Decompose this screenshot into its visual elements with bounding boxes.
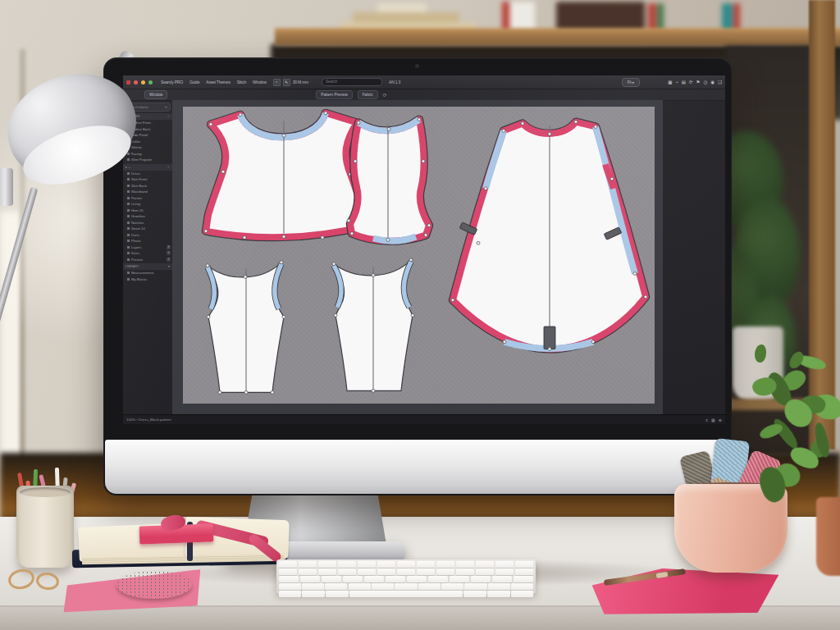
layout-icon[interactable]: ▤ <box>682 80 686 84</box>
notch-marker[interactable] <box>244 275 247 278</box>
notch-marker[interactable] <box>354 160 357 163</box>
notch-marker[interactable] <box>484 187 487 190</box>
notch-marker[interactable] <box>411 313 414 317</box>
notch-marker[interactable] <box>207 315 210 318</box>
notch-marker[interactable] <box>372 389 375 392</box>
notch-marker[interactable] <box>282 315 285 318</box>
sidebar-item-darts[interactable]: Darts <box>123 232 172 239</box>
notch-marker[interactable] <box>502 129 505 132</box>
sidebar-item-slim-program[interactable]: Slim Program <box>123 157 172 163</box>
close-button[interactable] <box>134 80 138 84</box>
notch-marker[interactable] <box>282 235 285 239</box>
sidebar-section-header[interactable]: ▸ —＋ <box>123 164 172 171</box>
sidebar-item-layers[interactable]: Layers3 <box>123 244 172 251</box>
notch-marker[interactable] <box>324 112 327 115</box>
menu-asset-themes[interactable]: Asset Themes <box>206 80 230 84</box>
notch-marker[interactable] <box>350 232 354 235</box>
menu-guide[interactable]: Guide <box>189 80 199 84</box>
notch-marker[interactable] <box>422 160 425 163</box>
notch-marker[interactable] <box>591 340 595 344</box>
sidebar-item-my-blocks[interactable]: My Blocks <box>123 276 172 283</box>
notch-marker[interactable] <box>209 123 212 126</box>
tab-fabric[interactable]: Fabric <box>358 90 378 99</box>
sidebar-item-skirt-front[interactable]: Skirt Front <box>123 176 172 183</box>
pattern-piece-skirt-left[interactable] <box>206 261 285 394</box>
fit-dropdown[interactable]: Fit ▸ <box>622 78 641 87</box>
menu-stitch[interactable]: Stitch <box>237 80 246 84</box>
sidebar-section-header[interactable]: LIBRARY▾ <box>123 263 172 270</box>
notch-marker[interactable] <box>548 348 551 351</box>
zoom-button[interactable] <box>148 80 153 84</box>
pattern-piece-bodice-side[interactable] <box>347 118 431 242</box>
sidebar-item-waistband[interactable]: Waistband <box>123 189 172 195</box>
notch-marker[interactable] <box>427 224 431 227</box>
notch-marker[interactable] <box>218 390 221 394</box>
refresh-icon[interactable]: ⟳ <box>383 92 387 98</box>
sidebar-item-lining[interactable]: Lining <box>123 201 172 208</box>
pattern-piece-dress[interactable] <box>451 121 647 351</box>
sidebar-item-pocket[interactable]: Pocket <box>123 195 172 202</box>
flag-icon[interactable]: ⚑ <box>696 80 701 84</box>
sidebar-item-notches[interactable]: Notches <box>123 220 172 226</box>
notch-marker[interactable] <box>451 299 454 302</box>
measure-icon[interactable]: ⌗ <box>273 79 281 86</box>
pen-tool-icon[interactable]: ✎ <box>283 79 290 86</box>
tab-pattern-preview[interactable]: Pattern Preview <box>316 90 352 99</box>
notch-marker[interactable] <box>282 134 285 137</box>
notch-marker[interactable] <box>521 122 524 126</box>
notch-marker[interactable] <box>503 340 506 344</box>
menu-window[interactable]: Window <box>253 80 267 84</box>
notch-marker[interactable] <box>548 132 551 135</box>
notch-marker[interactable] <box>594 126 597 129</box>
sidebar-item-grainline[interactable]: Grainline <box>123 213 172 220</box>
tab-window[interactable]: Window <box>144 90 167 99</box>
sidebar-item-facing[interactable]: Facing <box>123 151 172 158</box>
notch-marker[interactable] <box>347 219 350 222</box>
menu-seamly-pro[interactable]: Seamly PRO <box>161 80 183 84</box>
panel-icon[interactable]: ❏ <box>718 80 722 84</box>
sync-icon[interactable]: ⟳ <box>689 80 693 84</box>
notch-marker[interactable] <box>386 238 390 241</box>
bell-icon[interactable]: ◷ <box>703 80 707 84</box>
sidebar-item-measurements[interactable]: Measurements <box>123 270 172 276</box>
pattern-piece-bodice-front[interactable] <box>204 112 366 240</box>
notch-marker[interactable] <box>387 127 390 130</box>
zoom-icon[interactable]: ⊕ <box>719 418 722 422</box>
notch-marker[interactable] <box>243 236 246 240</box>
notch-marker[interactable] <box>357 121 360 125</box>
notch-marker[interactable] <box>239 113 242 116</box>
notch-marker[interactable] <box>271 390 274 394</box>
notch-marker[interactable] <box>610 177 614 180</box>
grid-icon[interactable]: ▦ <box>668 80 672 84</box>
sidebar-item-hem-20[interactable]: Hem 20 <box>123 208 172 214</box>
ruler-icon[interactable]: ⌁ <box>675 80 678 84</box>
notch-marker[interactable] <box>633 272 637 276</box>
layers-icon[interactable]: ≡ <box>705 418 708 422</box>
notch-marker[interactable] <box>644 295 647 299</box>
notch-marker[interactable] <box>280 261 283 264</box>
pattern-piece-skirt-right[interactable] <box>332 258 414 392</box>
notch-marker[interactable] <box>332 262 336 266</box>
sidebar-item-pleats[interactable]: Pleats <box>123 238 172 244</box>
sidebar-item-skirt-back[interactable]: Skirt Back <box>123 183 172 189</box>
pattern-canvas[interactable] <box>183 107 655 404</box>
notch-marker[interactable] <box>418 118 421 121</box>
notch-marker[interactable] <box>244 390 248 394</box>
minimize-button[interactable] <box>141 80 145 84</box>
notch-marker[interactable] <box>477 241 480 244</box>
notch-marker[interactable] <box>334 313 337 317</box>
notch-marker[interactable] <box>204 230 208 233</box>
notch-marker[interactable] <box>321 236 324 240</box>
notch-marker[interactable] <box>206 264 209 267</box>
notch-marker[interactable] <box>424 234 427 237</box>
notch-marker[interactable] <box>221 170 225 173</box>
sidebar-item-seam-10[interactable]: Seam 10 <box>123 226 172 232</box>
sidebar-item-presets[interactable]: Presets2 <box>123 257 172 263</box>
notch-marker[interactable] <box>372 274 375 277</box>
search-input[interactable]: Search <box>322 78 382 86</box>
sidebar-item-sizes[interactable]: Sizes5 <box>123 250 172 257</box>
sidebar-item-dress[interactable]: Dress <box>123 171 172 177</box>
notch-marker[interactable] <box>574 121 578 124</box>
notch-marker[interactable] <box>409 258 413 262</box>
profile-icon[interactable]: ◉ <box>710 80 714 84</box>
